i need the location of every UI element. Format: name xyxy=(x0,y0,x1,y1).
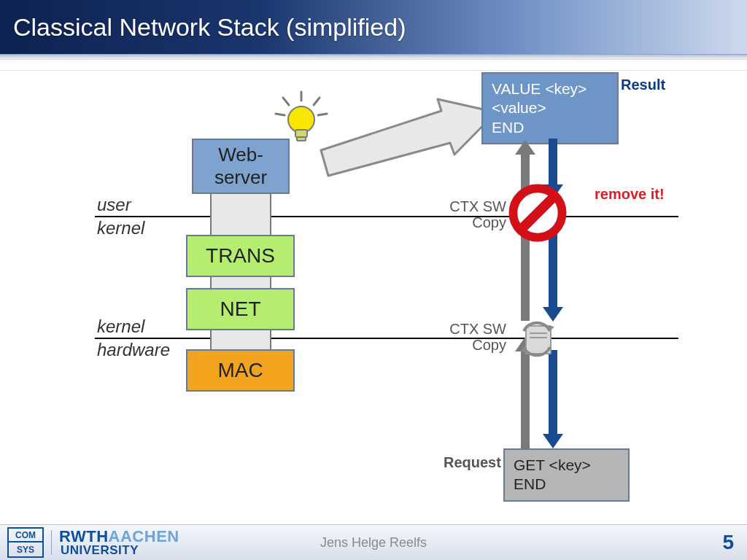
box-trans-label: TRANS xyxy=(206,244,275,268)
label-request: Request xyxy=(444,454,501,471)
svg-line-3 xyxy=(276,114,285,115)
box-mac-label: MAC xyxy=(217,359,263,382)
footer-separator xyxy=(51,530,52,555)
boundary-user-kernel xyxy=(95,216,678,217)
request-box-text: GET <key> END xyxy=(514,456,619,494)
result-box: VALUE <key> <value> END xyxy=(481,72,619,144)
svg-marker-8 xyxy=(321,99,496,176)
thin-divider xyxy=(0,70,747,71)
footer-page: 5 xyxy=(722,531,747,554)
boundary-label-user: user xyxy=(97,195,131,215)
arrow-to-result xyxy=(317,92,500,182)
request-box: GET <key> END xyxy=(503,448,630,502)
comsys-top: COM xyxy=(9,529,42,542)
comsys-logo: COM SYS xyxy=(7,527,44,558)
boundary-label-hardware: hardware xyxy=(97,340,170,360)
label-result: Result xyxy=(621,77,665,93)
box-mac: MAC xyxy=(186,349,295,392)
slide: Classical Network Stack (simplified) use… xyxy=(0,0,747,560)
title-divider xyxy=(0,54,747,60)
svg-line-1 xyxy=(283,98,289,105)
label-ctx-sw-1: CTX SW xyxy=(448,198,506,215)
box-net-label: NET xyxy=(220,298,261,321)
svg-point-5 xyxy=(288,106,314,133)
boundary-kernel-hardware xyxy=(95,338,678,339)
boundary-label-kernel-bottom: kernel xyxy=(97,316,144,337)
label-copy-1: Copy xyxy=(460,214,506,231)
prohibit-icon xyxy=(507,182,568,244)
label-remove-it: remove it! xyxy=(595,186,665,203)
rwth-logo: RWTHAACHEN UNIVERSITY xyxy=(59,527,179,558)
comsys-bottom: SYS xyxy=(9,542,42,556)
label-copy-2: Copy xyxy=(460,337,506,354)
box-net: NET xyxy=(186,288,295,330)
box-trans: TRANS xyxy=(186,235,295,277)
boundary-label-kernel-top: kernel xyxy=(97,218,144,238)
ctx-switch-icon xyxy=(516,318,557,359)
svg-rect-7 xyxy=(297,137,306,141)
svg-rect-6 xyxy=(295,130,307,137)
title-bar: Classical Network Stack (simplified) xyxy=(0,0,747,54)
page-title: Classical Network Stack (simplified) xyxy=(0,13,406,42)
result-box-text: VALUE <key> <value> END xyxy=(492,79,608,137)
footer: COM SYS RWTHAACHEN UNIVERSITY Jens Helge… xyxy=(0,524,747,560)
box-web-server-label: Web- server xyxy=(214,144,267,189)
label-ctx-sw-2: CTX SW xyxy=(448,321,506,338)
